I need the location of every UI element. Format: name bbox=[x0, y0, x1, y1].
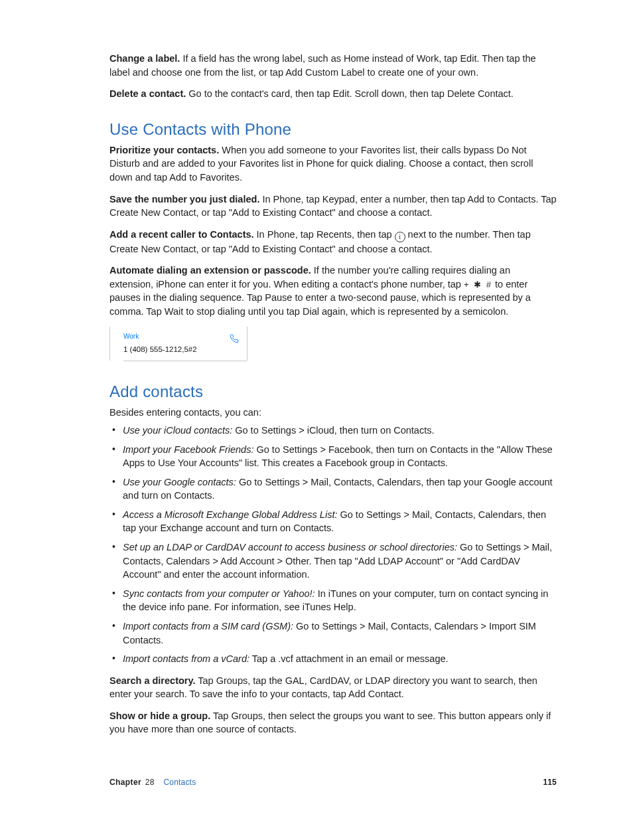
list-item: Use your iCloud contacts: Go to Settings… bbox=[120, 424, 557, 438]
paragraph-add-recent-caller: Add a recent caller to Contacts. In Phon… bbox=[109, 228, 557, 256]
heading-use-contacts-with-phone: Use Contacts with Phone bbox=[109, 118, 557, 141]
paragraph-search-directory: Search a directory. Tap Groups, tap the … bbox=[109, 674, 557, 701]
page-footer: Chapter 28 Contacts 115 bbox=[109, 777, 557, 788]
list-item-lead: Access a Microsoft Exchange Global Addre… bbox=[123, 509, 337, 520]
list-item: Use your Google contacts: Go to Settings… bbox=[120, 475, 557, 503]
paragraph-change-label: Change a label. If a field has the wrong… bbox=[109, 52, 557, 79]
text: Go to the contact's card, then tap Edit.… bbox=[186, 88, 514, 99]
list-item: Sync contacts from your computer or Yaho… bbox=[120, 587, 557, 614]
list-item-lead: Import contacts from a vCard: bbox=[123, 653, 249, 664]
heading-add-contacts: Add contacts bbox=[109, 380, 557, 403]
footer-left: Chapter 28 Contacts bbox=[109, 777, 196, 788]
info-icon: i bbox=[395, 232, 405, 242]
lead-add-recent-caller: Add a recent caller to Contacts. bbox=[109, 229, 254, 240]
lead-search-directory: Search a directory. bbox=[109, 675, 196, 686]
lead-change-label: Change a label. bbox=[109, 53, 180, 64]
list-item-lead: Import contacts from a SIM card (GSM): bbox=[123, 621, 293, 631]
list-item-text: Tap a .vcf attachment in an email or mes… bbox=[249, 653, 449, 664]
list-item: Set up an LDAP or CardDAV account to acc… bbox=[120, 541, 557, 582]
paragraph-automate-dialing: Automate dialing an extension or passcod… bbox=[109, 264, 557, 318]
phone-card-label: Work bbox=[123, 332, 240, 341]
bullet-list: Use your iCloud contacts: Go to Settings… bbox=[109, 424, 557, 666]
lead-delete-contact: Delete a contact. bbox=[109, 88, 186, 99]
intro-text: Besides entering contacts, you can: bbox=[109, 406, 557, 420]
keypad-symbols-icon: + ✱ # bbox=[464, 280, 492, 290]
phone-card-number: 1 (408) 555-1212,5#2 bbox=[123, 345, 197, 353]
footer-chapter-word: Chapter bbox=[109, 778, 141, 787]
paragraph-prioritize: Prioritize your contacts. When you add s… bbox=[109, 143, 557, 185]
list-item: Import contacts from a SIM card (GSM): G… bbox=[120, 620, 557, 647]
list-item-lead: Use your iCloud contacts: bbox=[123, 425, 232, 436]
section-add-contacts: Add contacts Besides entering contacts, … bbox=[109, 380, 557, 736]
list-item: Access a Microsoft Exchange Global Addre… bbox=[120, 508, 557, 535]
lead-save-number: Save the number you just dialed. bbox=[109, 194, 259, 205]
phone-handset-icon bbox=[230, 333, 239, 347]
paragraph-delete-contact: Delete a contact. Go to the contact's ca… bbox=[109, 87, 557, 101]
list-item-lead: Set up an LDAP or CardDAV account to acc… bbox=[123, 542, 457, 552]
lead-show-hide-group: Show or hide a group. bbox=[109, 711, 210, 721]
section-use-contacts-with-phone: Use Contacts with Phone Prioritize your … bbox=[109, 118, 557, 361]
lead-prioritize: Prioritize your contacts. bbox=[109, 145, 219, 155]
footer-page-number: 115 bbox=[543, 777, 557, 788]
list-item: Import your Facebook Friends: Go to Sett… bbox=[120, 443, 557, 470]
list-item-text: Go to Settings > iCloud, then turn on Co… bbox=[232, 425, 434, 436]
list-item-lead: Import your Facebook Friends: bbox=[123, 444, 253, 455]
list-item-lead: Use your Google contacts: bbox=[123, 477, 236, 487]
paragraph-save-number: Save the number you just dialed. In Phon… bbox=[109, 193, 557, 220]
list-item: Import contacts from a vCard: Tap a .vcf… bbox=[120, 652, 557, 666]
phone-contact-card: Work 1 (408) 555-1212,5#2 bbox=[109, 327, 247, 361]
footer-chapter-name: Contacts bbox=[163, 778, 196, 787]
paragraph-show-hide-group: Show or hide a group. Tap Groups, then s… bbox=[109, 709, 557, 736]
footer-chapter-number: 28 bbox=[145, 778, 155, 787]
phone-card-row: Work 1 (408) 555-1212,5#2 bbox=[110, 327, 247, 359]
list-item-lead: Sync contacts from your computer or Yaho… bbox=[123, 588, 315, 599]
text: In Phone, tap Recents, then tap bbox=[254, 229, 395, 240]
page: Change a label. If a field has the wrong… bbox=[0, 0, 633, 840]
lead-automate-dialing: Automate dialing an extension or passcod… bbox=[109, 265, 311, 276]
